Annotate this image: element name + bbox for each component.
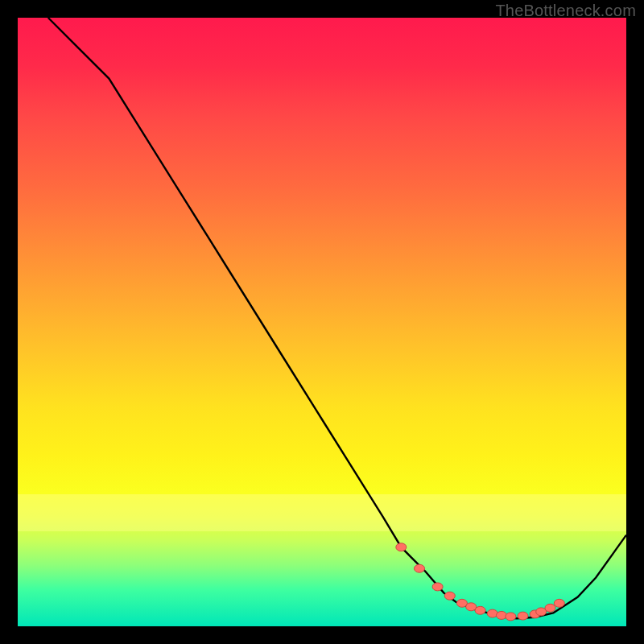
chart-svg [18, 18, 626, 626]
data-dot [506, 613, 516, 621]
bottleneck-curve [48, 18, 626, 618]
data-dot [415, 564, 425, 572]
data-dot [545, 604, 555, 612]
data-dot [475, 606, 485, 614]
data-dot [518, 612, 528, 620]
curve-dots [396, 543, 565, 621]
watermark: TheBottleneck.com [495, 2, 636, 20]
data-dot [444, 592, 455, 600]
data-dot [497, 611, 507, 619]
data-dot [432, 583, 443, 591]
data-dot [554, 599, 564, 607]
data-dot [396, 543, 407, 551]
chart-frame: TheBottleneck.com [0, 0, 644, 644]
